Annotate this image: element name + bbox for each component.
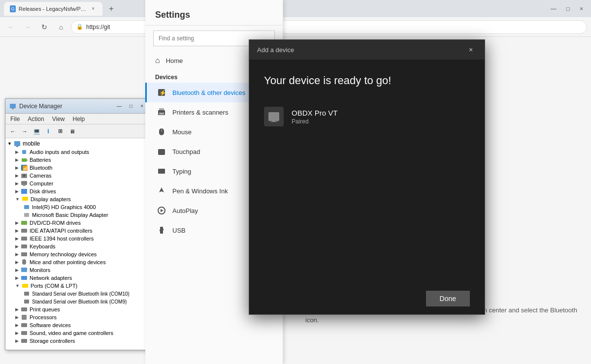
tree-item-network[interactable]: ▶ Network adapters bbox=[5, 274, 150, 282]
tree-item-diskdrives[interactable]: ▶ Disk drives bbox=[5, 187, 150, 195]
tree-item-ports[interactable]: ▼ Ports (COM & LPT) bbox=[5, 282, 150, 290]
svg-rect-36 bbox=[159, 113, 164, 115]
device-entry: OBDX Pro VT Paired bbox=[264, 102, 470, 131]
tree-item-ide[interactable]: ▶ IDE ATA/ATAPI controllers bbox=[5, 227, 150, 235]
svg-rect-24 bbox=[21, 276, 27, 280]
svg-rect-0 bbox=[10, 104, 16, 108]
toolbar-scan-btn[interactable]: ⊞ bbox=[55, 126, 66, 137]
tree-item-com9[interactable]: Standard Serial over Bluetooth link (COM… bbox=[5, 298, 150, 305]
tree-item-print[interactable]: ▶ Print queues bbox=[5, 305, 150, 313]
tree-item-ieee[interactable]: ▶ IEEE 1394 host controllers bbox=[5, 235, 150, 243]
svg-rect-46 bbox=[160, 230, 161, 231]
window-maximize-btn[interactable]: □ bbox=[562, 3, 574, 14]
tree-item-audio[interactable]: ▶ Audio inputs and outputs bbox=[5, 148, 150, 156]
nav-autoplay-label: AutoPlay bbox=[172, 207, 198, 214]
svg-text:📶: 📶 bbox=[22, 165, 28, 171]
nav-touchpad-label: Touchpad bbox=[172, 148, 200, 155]
tab-close-btn[interactable]: × bbox=[90, 5, 97, 13]
nav-mouse-label: Mouse bbox=[172, 128, 192, 136]
tree-item-cameras[interactable]: ▶ Cameras bbox=[5, 172, 150, 180]
tab-favicon: G bbox=[10, 5, 16, 12]
settings-panel-title: Settings bbox=[145, 0, 283, 26]
toolbar-monitor-btn[interactable]: 🖥 bbox=[66, 126, 77, 137]
tree-item-monitors[interactable]: ▶ Monitors bbox=[5, 266, 150, 274]
svg-rect-15 bbox=[24, 205, 29, 209]
window-minimize-btn[interactable]: — bbox=[547, 3, 560, 14]
toolbar-back-btn[interactable]: ← bbox=[7, 126, 18, 137]
tree-item-storage[interactable]: ▶ Storage controllers bbox=[5, 337, 150, 345]
home-button[interactable]: ⌂ bbox=[54, 20, 68, 34]
network-icon bbox=[21, 274, 28, 281]
tree-item-batteries[interactable]: ▶ Batteries bbox=[5, 156, 150, 164]
back-button[interactable]: ← bbox=[4, 20, 18, 34]
tab-title: Releases - LegacyNsfw/PcmHa... bbox=[19, 6, 87, 12]
cameras-icon bbox=[21, 172, 28, 179]
tree-item-dvd[interactable]: ▶ DVD/CD-ROM drives bbox=[5, 219, 150, 227]
dm-title-icon bbox=[9, 103, 16, 110]
mobile-icon bbox=[14, 140, 21, 147]
dm-close-btn[interactable]: × bbox=[138, 102, 146, 110]
tree-item-sound[interactable]: ▶ Sound, video and game controllers bbox=[5, 329, 150, 337]
dvd-icon bbox=[21, 219, 28, 226]
dm-tree[interactable]: ▼ mobile ▶ Audio inputs and outputs ▶ Ba… bbox=[5, 138, 150, 350]
typing-nav-icon bbox=[157, 166, 166, 176]
new-tab-button[interactable]: + bbox=[104, 2, 118, 16]
device-name: OBDX Pro VT bbox=[292, 109, 337, 117]
svg-marker-44 bbox=[161, 209, 164, 212]
mouse-nav-icon bbox=[157, 127, 166, 137]
done-button[interactable]: Done bbox=[426, 291, 470, 306]
tree-item-computer[interactable]: ▶ Computer bbox=[5, 180, 150, 187]
tree-item-display[interactable]: ▼ Display adapters bbox=[5, 195, 150, 203]
svg-rect-1 bbox=[12, 108, 14, 109]
memory-icon bbox=[21, 251, 28, 258]
toolbar-props-btn[interactable]: i bbox=[43, 126, 54, 137]
tree-item-software[interactable]: ▶ Software devices bbox=[5, 321, 150, 329]
toolbar-computer-btn[interactable]: 💻 bbox=[31, 126, 42, 137]
keyboards-icon bbox=[21, 243, 28, 250]
dm-titlebar: Device Manager — □ × bbox=[5, 99, 150, 114]
menu-view[interactable]: View bbox=[49, 115, 68, 123]
tree-item-bluetooth[interactable]: ▶ 📶 Bluetooth bbox=[5, 164, 150, 172]
menu-help[interactable]: Help bbox=[70, 115, 88, 123]
svg-rect-4 bbox=[22, 150, 26, 154]
svg-rect-28 bbox=[21, 307, 27, 311]
tree-item-keyboards[interactable]: ▶ Keyboards bbox=[5, 243, 150, 250]
svg-rect-11 bbox=[21, 181, 27, 185]
browser-tab[interactable]: G Releases - LegacyNsfw/PcmHa... × bbox=[4, 2, 102, 16]
svg-rect-22 bbox=[22, 259, 26, 265]
device-status: Paired bbox=[292, 118, 337, 125]
tree-item-com10[interactable]: Standard Serial over Bluetooth link (COM… bbox=[5, 290, 150, 298]
dm-maximize-btn[interactable]: □ bbox=[127, 102, 135, 110]
tree-item-memory[interactable]: ▶ Memory technology devices bbox=[5, 250, 150, 258]
tree-item-basic-display[interactable]: Microsoft Basic Display Adapter bbox=[5, 211, 150, 219]
mice-icon bbox=[21, 259, 28, 266]
tree-root-label: mobile bbox=[23, 140, 40, 147]
svg-rect-5 bbox=[22, 158, 27, 162]
svg-rect-14 bbox=[22, 197, 28, 201]
reload-button[interactable]: ↻ bbox=[37, 20, 51, 34]
address-text: https://git bbox=[86, 24, 110, 30]
bluetooth-tree-icon: 📶 bbox=[21, 164, 28, 171]
svg-rect-41 bbox=[158, 169, 165, 174]
svg-rect-2 bbox=[14, 141, 20, 146]
window-close-btn[interactable]: × bbox=[576, 3, 587, 14]
tree-item-mice[interactable]: ▶ Mice and other pointing devices bbox=[5, 258, 150, 266]
menu-action[interactable]: Action bbox=[25, 115, 47, 123]
forward-button[interactable]: → bbox=[21, 20, 34, 34]
security-icon: 🔒 bbox=[76, 24, 83, 30]
svg-rect-31 bbox=[21, 331, 27, 335]
pen-nav-icon bbox=[157, 186, 166, 196]
display-icon bbox=[22, 196, 29, 203]
menu-file[interactable]: File bbox=[7, 115, 23, 123]
tree-root-mobile[interactable]: ▼ mobile bbox=[5, 139, 150, 148]
tree-item-intel-gpu[interactable]: Intel(R) HD Graphics 4000 bbox=[5, 203, 150, 211]
tree-item-processors[interactable]: ▶ Processors bbox=[5, 313, 150, 321]
toolbar-forward-btn[interactable]: → bbox=[19, 126, 30, 137]
storage-icon bbox=[21, 337, 28, 344]
touchpad-nav-icon bbox=[157, 147, 166, 156]
ieee-icon bbox=[21, 235, 28, 242]
usb-nav-icon bbox=[157, 225, 166, 235]
dialog-close-btn[interactable]: × bbox=[465, 44, 477, 56]
svg-rect-26 bbox=[24, 292, 29, 296]
dm-minimize-btn[interactable]: — bbox=[114, 102, 124, 110]
